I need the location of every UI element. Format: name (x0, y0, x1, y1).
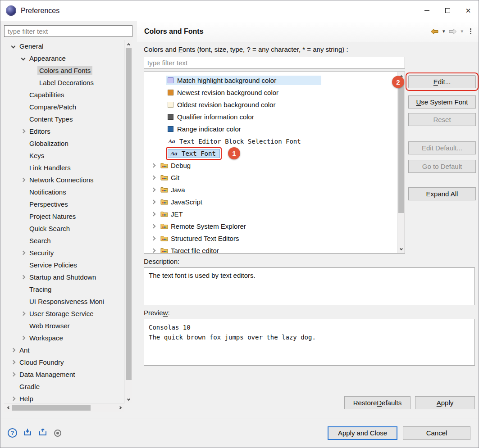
list-item-javascript[interactable]: JavaScript (144, 196, 397, 208)
tree-item-colors-and-fonts[interactable]: Colors and Fonts (4, 64, 124, 77)
tree-item-tracing[interactable]: Tracing (4, 283, 124, 295)
tree-item-project-natures[interactable]: Project Natures (4, 210, 124, 222)
apply-and-close-button[interactable]: Apply and Close (328, 426, 397, 440)
close-button[interactable]: ✕ (458, 0, 479, 21)
list-vertical-scrollbar[interactable] (397, 72, 405, 253)
tree-filter-input[interactable] (4, 25, 132, 37)
tree-item-cloud-foundry[interactable]: Cloud Foundry (4, 356, 124, 368)
tree-item-ui-responsiveness-moni[interactable]: UI Responsiveness Moni (4, 295, 124, 308)
list-item-jet[interactable]: JET (144, 208, 397, 220)
scroll-right-icon[interactable] (117, 404, 124, 412)
tree-item-data-management[interactable]: Data Management (4, 368, 124, 380)
list-item-target-file-editor[interactable]: Target file editor (144, 244, 397, 253)
list-item-remote-system-explorer[interactable]: Remote System Explorer (144, 220, 397, 232)
scroll-left-icon[interactable] (4, 404, 12, 412)
tree-hscrollbar-thumb[interactable] (12, 405, 91, 411)
list-item-structured-text-editors[interactable]: Structured Text Editors (144, 232, 397, 244)
list-item-range-indicator-color[interactable]: Range indicator color (144, 123, 397, 135)
list-item-newest-revision-background-color[interactable]: Newest revision background color (144, 86, 397, 99)
back-history-dropdown-icon[interactable]: ▾ (443, 29, 445, 34)
tree-item-general[interactable]: General (4, 40, 124, 52)
tree-item-keys[interactable]: Keys (4, 149, 124, 162)
chevron-collapsed-icon[interactable] (149, 208, 158, 220)
tree-item-workspace[interactable]: Workspace (4, 332, 124, 344)
reset-button[interactable]: Reset (408, 113, 476, 126)
chevron-collapsed-icon[interactable] (18, 247, 27, 259)
chevron-collapsed-icon[interactable] (18, 174, 27, 186)
tree-horizontal-scrollbar[interactable] (4, 403, 124, 412)
tree-item-search[interactable]: Search (4, 235, 124, 247)
tree-item-capabilities[interactable]: Capabilities (4, 89, 124, 101)
scroll-up-icon[interactable] (125, 40, 132, 48)
go-to-default-button[interactable]: Go to Default (408, 160, 476, 173)
tree-item-service-policies[interactable]: Service Policies (4, 259, 124, 271)
list-item-qualifier-information-color[interactable]: Qualifier information color (144, 111, 397, 123)
tree-item-web-browser[interactable]: Web Browser (4, 320, 124, 332)
tree-item-globalization[interactable]: Globalization (4, 137, 124, 149)
tree-item-user-storage-service[interactable]: User Storage Service (4, 308, 124, 320)
view-menu-icon[interactable] (469, 27, 472, 35)
chevron-expanded-icon[interactable] (18, 52, 27, 64)
list-item-text-font[interactable]: AaText Font1 (144, 147, 397, 159)
tree-item-perspectives[interactable]: Perspectives (4, 198, 124, 210)
chevron-collapsed-icon[interactable] (9, 344, 18, 356)
tree-item-link-handlers[interactable]: Link Handlers (4, 162, 124, 174)
cancel-button[interactable]: Cancel (403, 426, 470, 440)
edit-default-button[interactable]: Edit Default... (408, 141, 476, 154)
tree-item-content-types[interactable]: Content Types (4, 113, 124, 125)
list-item-debug[interactable]: Debug (144, 159, 397, 172)
minimize-button[interactable] (416, 0, 437, 21)
chevron-collapsed-icon[interactable] (149, 196, 158, 208)
chevron-expanded-icon[interactable] (9, 40, 18, 52)
forward-arrow-icon[interactable] (448, 28, 457, 35)
chevron-collapsed-icon[interactable] (18, 308, 27, 320)
tree-item-network-connections[interactable]: Network Connections (4, 174, 124, 186)
chevron-collapsed-icon[interactable] (149, 244, 158, 253)
forward-history-dropdown-icon[interactable]: ▾ (461, 29, 463, 34)
chevron-collapsed-icon[interactable] (9, 356, 18, 368)
chevron-collapsed-icon[interactable] (18, 125, 27, 137)
back-arrow-icon[interactable] (430, 28, 439, 35)
list-item-git[interactable]: Git (144, 172, 397, 184)
tree-item-label-decorations[interactable]: Label Decorations (4, 77, 124, 89)
list-filter-input[interactable] (144, 57, 405, 68)
tree-item-quick-search[interactable]: Quick Search (4, 222, 124, 235)
tree-item-ant[interactable]: Ant (4, 344, 124, 356)
list-item-match-highlight-background-color[interactable]: Match highlight background color (144, 74, 397, 86)
list-item-text-editor-block-selection-font[interactable]: AaText Editor Block Selection Font (144, 135, 397, 147)
tree-item-gradle[interactable]: Gradle (4, 380, 124, 393)
list-scrollbar-thumb[interactable] (398, 80, 404, 213)
scroll-down-icon[interactable] (125, 396, 132, 403)
chevron-collapsed-icon[interactable] (149, 220, 158, 232)
chevron-collapsed-icon[interactable] (18, 332, 27, 344)
chevron-collapsed-icon[interactable] (18, 271, 27, 283)
tree-vertical-scrollbar[interactable] (124, 40, 132, 403)
tree-item-compare-patch[interactable]: Compare/Patch (4, 101, 124, 113)
tree-item-notifications[interactable]: Notifications (4, 186, 124, 198)
expand-all-button[interactable]: Expand All (408, 187, 476, 200)
export-preferences-icon[interactable] (23, 429, 32, 437)
tree-item-editors[interactable]: Editors (4, 125, 124, 137)
chevron-collapsed-icon[interactable] (149, 184, 158, 196)
tree-scrollbar-thumb[interactable] (126, 48, 132, 380)
scroll-down-icon[interactable] (397, 245, 405, 253)
preference-recorder-icon[interactable] (54, 430, 61, 437)
maximize-button[interactable] (437, 0, 458, 21)
tree-item-appearance[interactable]: Appearance (4, 52, 124, 64)
restore-defaults-button[interactable]: Restore Defaults (344, 396, 411, 409)
chevron-collapsed-icon[interactable] (9, 393, 18, 403)
title-bar[interactable]: Preferences ✕ (0, 0, 479, 21)
chevron-collapsed-icon[interactable] (149, 172, 158, 184)
chevron-collapsed-icon[interactable] (149, 159, 158, 172)
edit-button[interactable]: Edit... (408, 75, 476, 88)
list-item-oldest-revision-background-color[interactable]: Oldest revision background color (144, 99, 397, 111)
import-preferences-icon[interactable] (39, 429, 48, 437)
tree-item-security[interactable]: Security (4, 247, 124, 259)
apply-button[interactable]: Apply (415, 396, 475, 409)
help-icon[interactable]: ? (8, 428, 17, 438)
tree-item-help[interactable]: Help (4, 393, 124, 403)
chevron-collapsed-icon[interactable] (9, 368, 18, 380)
use-system-font-button[interactable]: Use System Font (408, 95, 476, 109)
tree-item-startup-and-shutdown[interactable]: Startup and Shutdown (4, 271, 124, 283)
chevron-collapsed-icon[interactable] (149, 232, 158, 244)
